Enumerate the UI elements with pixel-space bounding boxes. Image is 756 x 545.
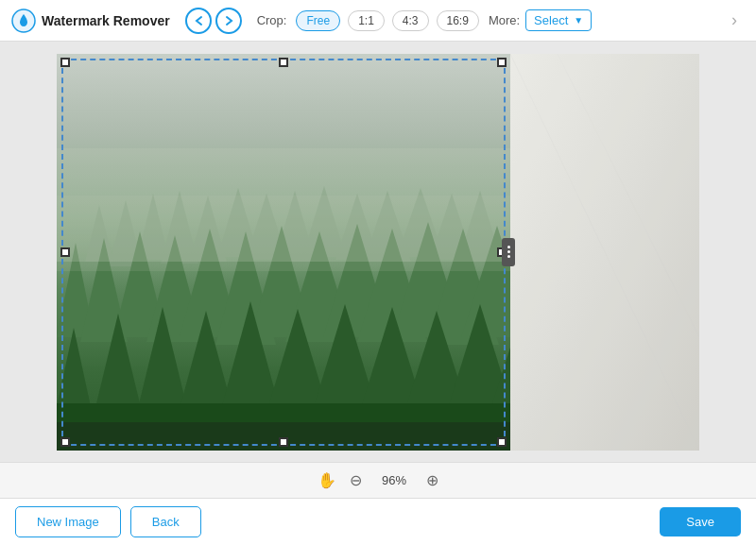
crop-1-1-button[interactable]: 1:1 bbox=[348, 10, 385, 31]
logo-icon bbox=[11, 9, 36, 33]
back-button[interactable]: Back bbox=[130, 506, 201, 537]
split-dot-1 bbox=[507, 246, 510, 248]
forest-background bbox=[57, 54, 510, 451]
forward-arrow-button[interactable] bbox=[215, 8, 242, 34]
removed-watermark-area bbox=[510, 54, 699, 451]
select-dropdown[interactable]: Select ▼ bbox=[525, 9, 592, 31]
zoom-bar: ✋ ⊖ 96% ⊕ bbox=[0, 462, 756, 498]
more-label: More: bbox=[489, 13, 520, 27]
svg-rect-42 bbox=[57, 422, 510, 451]
split-dot-2 bbox=[507, 250, 510, 253]
save-button[interactable]: Save bbox=[660, 507, 741, 536]
forest-image bbox=[57, 54, 510, 451]
logo-area: Watermark Remover bbox=[11, 9, 170, 33]
nav-right-button[interactable]: › bbox=[724, 7, 745, 34]
crop-4-3-button[interactable]: 4:3 bbox=[392, 10, 429, 31]
crop-options: Free 1:1 4:3 16:9 bbox=[296, 10, 478, 31]
zoom-out-icon[interactable]: ⊖ bbox=[350, 471, 362, 489]
hand-tool-icon[interactable]: ✋ bbox=[318, 471, 336, 489]
new-image-button[interactable]: New Image bbox=[15, 506, 121, 537]
image-canvas bbox=[57, 54, 699, 451]
crop-free-button[interactable]: Free bbox=[296, 10, 340, 31]
forest-svg bbox=[57, 54, 510, 451]
dropdown-arrow-icon: ▼ bbox=[574, 15, 583, 26]
split-divider-handle[interactable] bbox=[502, 238, 515, 266]
app-title: Watermark Remover bbox=[42, 13, 170, 28]
crop-label: Crop: bbox=[257, 13, 287, 27]
removed-area-svg bbox=[510, 54, 699, 451]
header-bar: Watermark Remover Crop: Free 1:1 4:3 16:… bbox=[0, 0, 756, 42]
select-label: Select bbox=[534, 13, 568, 27]
zoom-in-icon[interactable]: ⊕ bbox=[426, 471, 438, 489]
zoom-level-display: 96% bbox=[375, 473, 413, 487]
nav-arrows bbox=[185, 8, 242, 34]
back-arrow-button[interactable] bbox=[185, 8, 212, 34]
main-canvas-area bbox=[0, 42, 756, 462]
split-dot-3 bbox=[507, 255, 510, 258]
footer-bar: New Image Back Save bbox=[0, 498, 756, 545]
crop-16-9-button[interactable]: 16:9 bbox=[437, 10, 479, 31]
svg-rect-44 bbox=[57, 196, 510, 271]
